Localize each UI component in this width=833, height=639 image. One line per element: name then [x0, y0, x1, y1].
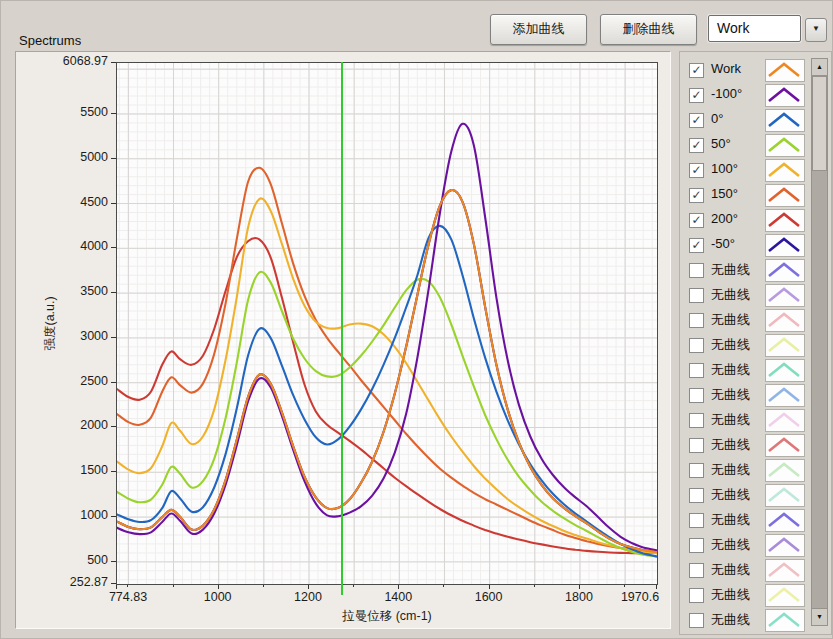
- legend-checkbox[interactable]: [689, 388, 704, 403]
- legend-label: 无曲线: [711, 611, 750, 629]
- legend-scrollbar[interactable]: ▲ ▼: [811, 58, 828, 626]
- legend-color-swatch[interactable]: [765, 259, 805, 282]
- legend-color-swatch[interactable]: [765, 134, 805, 157]
- legend-color-swatch[interactable]: [765, 534, 805, 557]
- legend-color-swatch[interactable]: [765, 609, 805, 632]
- legend-checkbox[interactable]: [689, 338, 704, 353]
- x-tick-label: 1000: [204, 590, 232, 604]
- y-tick-label: 4500: [22, 195, 108, 209]
- legend-color-swatch[interactable]: [765, 409, 805, 432]
- x-tick-label: 1200: [294, 590, 322, 604]
- combobox-dropdown-button[interactable]: ▼: [805, 18, 827, 42]
- legend-label: 无曲线: [711, 436, 750, 454]
- y-tick-label: 5500: [22, 105, 108, 119]
- delete-curve-button[interactable]: 删除曲线: [600, 14, 697, 45]
- chevron-down-icon: ▼: [812, 24, 820, 33]
- legend-checkbox[interactable]: ✓: [689, 113, 704, 128]
- legend-checkbox[interactable]: [689, 363, 704, 378]
- legend-color-swatch[interactable]: [765, 459, 805, 482]
- legend-color-swatch[interactable]: [765, 59, 805, 82]
- y-tick-label: 2000: [22, 418, 108, 432]
- legend-color-swatch[interactable]: [765, 434, 805, 457]
- legend-color-swatch[interactable]: [765, 334, 805, 357]
- legend-label: 无曲线: [711, 586, 750, 604]
- y-tick-label: 3500: [22, 284, 108, 298]
- legend-checkbox[interactable]: ✓: [689, 213, 704, 228]
- legend-checkbox[interactable]: [689, 288, 704, 303]
- legend-checkbox[interactable]: [689, 413, 704, 428]
- x-axis-title: 拉曼位移 (cm-1): [342, 608, 432, 625]
- legend-row--50°-7: ✓-50°: [680, 234, 831, 259]
- legend-color-swatch[interactable]: [765, 584, 805, 607]
- legend-checkbox[interactable]: ✓: [689, 138, 704, 153]
- legend-label: 无曲线: [711, 361, 750, 379]
- scrollbar-up-icon[interactable]: ▲: [812, 59, 827, 76]
- legend-checkbox[interactable]: ✓: [689, 63, 704, 78]
- legend-checkbox[interactable]: [689, 538, 704, 553]
- legend-label: 150°: [711, 186, 738, 201]
- x-tick-label: 1970.6: [621, 590, 659, 604]
- legend-checkbox[interactable]: ✓: [689, 88, 704, 103]
- legend-label: 无曲线: [711, 311, 750, 329]
- y-tick-label: 6068.97: [22, 54, 108, 68]
- legend-color-swatch[interactable]: [765, 209, 805, 232]
- cursor-line[interactable]: [341, 62, 343, 595]
- curve-100°: [117, 198, 657, 553]
- legend-color-swatch[interactable]: [765, 184, 805, 207]
- legend-row--100°-1: ✓-100°: [680, 84, 831, 109]
- legend-color-swatch[interactable]: [765, 559, 805, 582]
- y-tick-label: 5000: [22, 150, 108, 164]
- curve-select-combobox[interactable]: Work: [708, 15, 801, 42]
- legend-row-无曲线-16: 无曲线: [680, 459, 831, 484]
- legend-color-swatch[interactable]: [765, 159, 805, 182]
- legend-checkbox[interactable]: [689, 588, 704, 603]
- legend-checkbox[interactable]: [689, 313, 704, 328]
- legend-color-swatch[interactable]: [765, 384, 805, 407]
- legend-row-150°-5: ✓150°: [680, 184, 831, 209]
- legend-color-swatch[interactable]: [765, 84, 805, 107]
- legend-color-swatch[interactable]: [765, 309, 805, 332]
- x-tick-label: 774.83: [109, 590, 147, 604]
- legend-checkbox[interactable]: [689, 513, 704, 528]
- legend-checkbox[interactable]: [689, 613, 704, 628]
- x-tick-label: 1800: [565, 590, 593, 604]
- legend-row-无曲线-22: 无曲线: [680, 609, 831, 634]
- legend-label: 无曲线: [711, 511, 750, 529]
- legend-row-无曲线-19: 无曲线: [680, 534, 831, 559]
- legend-color-swatch[interactable]: [765, 234, 805, 257]
- legend-panel: ✓Work✓-100°✓0°✓50°✓100°✓150°✓200°✓-50°无曲…: [679, 51, 832, 635]
- legend-row-无曲线-13: 无曲线: [680, 384, 831, 409]
- legend-label: 无曲线: [711, 261, 750, 279]
- legend-label: 无曲线: [711, 461, 750, 479]
- add-curve-button[interactable]: 添加曲线: [490, 14, 587, 45]
- legend-checkbox[interactable]: ✓: [689, 163, 704, 178]
- y-tick-label: 500: [22, 553, 108, 567]
- legend-checkbox[interactable]: [689, 463, 704, 478]
- legend-label: 无曲线: [711, 486, 750, 504]
- legend-checkbox[interactable]: [689, 438, 704, 453]
- legend-color-swatch[interactable]: [765, 509, 805, 532]
- legend-label: 200°: [711, 211, 738, 226]
- legend-row-无曲线-14: 无曲线: [680, 409, 831, 434]
- legend-color-swatch[interactable]: [765, 109, 805, 132]
- legend-checkbox[interactable]: [689, 488, 704, 503]
- legend-row-无曲线-8: 无曲线: [680, 259, 831, 284]
- page-title: Spectrums: [19, 33, 81, 48]
- legend-label: 0°: [711, 111, 723, 126]
- legend-checkbox[interactable]: ✓: [689, 238, 704, 253]
- legend-checkbox[interactable]: [689, 563, 704, 578]
- legend-color-swatch[interactable]: [765, 359, 805, 382]
- app-window: Spectrums 添加曲线 删除曲线 Work ▼ 强度(a.u.) 拉曼位移…: [0, 0, 833, 639]
- legend-label: 无曲线: [711, 386, 750, 404]
- plot-area[interactable]: [116, 62, 658, 585]
- legend-checkbox[interactable]: ✓: [689, 188, 704, 203]
- legend-row-无曲线-17: 无曲线: [680, 484, 831, 509]
- scrollbar-down-icon[interactable]: ▼: [812, 608, 827, 625]
- legend-checkbox[interactable]: [689, 263, 704, 278]
- scrollbar-thumb[interactable]: [812, 76, 827, 171]
- spectra-chart: [117, 63, 657, 584]
- legend-label: 无曲线: [711, 286, 750, 304]
- legend-color-swatch[interactable]: [765, 484, 805, 507]
- y-tick-label: 252.87: [22, 575, 108, 589]
- legend-color-swatch[interactable]: [765, 284, 805, 307]
